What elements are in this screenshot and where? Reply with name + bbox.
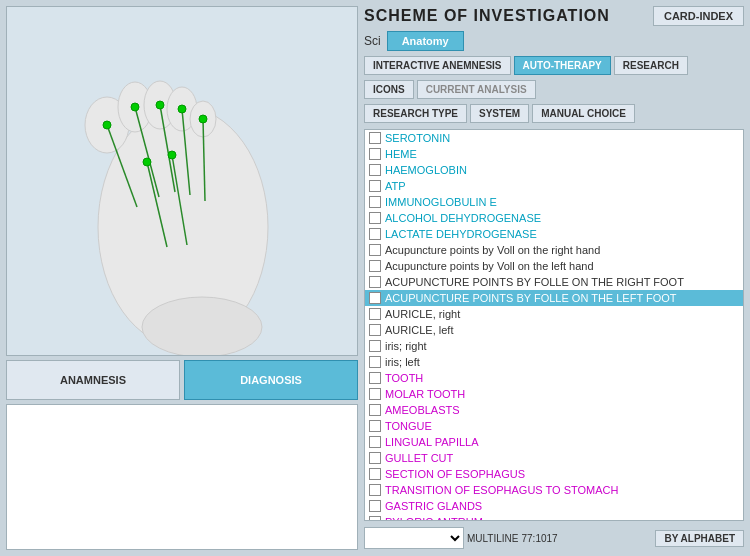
list-item[interactable]: iris; right: [365, 338, 743, 354]
list-item-checkbox[interactable]: [369, 372, 381, 384]
svg-point-21: [168, 151, 176, 159]
list-item-text: iris; right: [385, 340, 427, 352]
list-item-checkbox[interactable]: [369, 132, 381, 144]
bottom-dropdown[interactable]: [364, 527, 464, 549]
list-item-text: ACUPUNCTURE POINTS BY FOLLE ON THE LEFT …: [385, 292, 677, 304]
manual-choice-button[interactable]: MANUAL CHOICE: [532, 104, 635, 123]
svg-point-13: [156, 101, 164, 109]
list-item-checkbox[interactable]: [369, 452, 381, 464]
foot-image-area: [6, 6, 358, 356]
list-item[interactable]: SEROTONIN: [365, 130, 743, 146]
list-item-checkbox[interactable]: [369, 180, 381, 192]
list-item-text: HEME: [385, 148, 417, 160]
list-item[interactable]: GASTRIC GLANDS: [365, 498, 743, 514]
sci-label: Sci: [364, 34, 381, 48]
list-item-checkbox[interactable]: [369, 420, 381, 432]
list-item[interactable]: TOOTH: [365, 370, 743, 386]
list-item-checkbox[interactable]: [369, 212, 381, 224]
list-item[interactable]: MOLAR TOOTH: [365, 386, 743, 402]
auto-therapy-button[interactable]: AUTO-THERAPY: [514, 56, 611, 75]
list-item-checkbox[interactable]: [369, 324, 381, 336]
list-item-text: ALCOHOL DEHYDROGENASE: [385, 212, 541, 224]
list-item[interactable]: AMEOBLASTS: [365, 402, 743, 418]
list-item-checkbox[interactable]: [369, 292, 381, 304]
list-item-checkbox[interactable]: [369, 468, 381, 480]
list-item-text: ATP: [385, 180, 406, 192]
list-item-text: GULLET CUT: [385, 452, 453, 464]
icons-button[interactable]: ICONS: [364, 80, 414, 99]
list-item-checkbox[interactable]: [369, 148, 381, 160]
diagnosis-text-area: [6, 404, 358, 550]
svg-point-11: [131, 103, 139, 111]
list-item-checkbox[interactable]: [369, 276, 381, 288]
anatomy-button[interactable]: Anatomy: [387, 31, 464, 51]
list-item-checkbox[interactable]: [369, 196, 381, 208]
list-item-text: Acupuncture points by Voll on the left h…: [385, 260, 594, 272]
list-item[interactable]: TONGUE: [365, 418, 743, 434]
list-item-text: ACUPUNCTURE POINTS BY FOLLE ON THE RIGHT…: [385, 276, 684, 288]
list-item-text: AMEOBLASTS: [385, 404, 460, 416]
list-item-text: LINGUAL PAPILLA: [385, 436, 479, 448]
svg-point-2: [142, 297, 262, 356]
list-item[interactable]: IMMUNOGLOBULIN E: [365, 194, 743, 210]
list-item-text: SEROTONIN: [385, 132, 450, 144]
list-item[interactable]: ACUPUNCTURE POINTS BY FOLLE ON THE RIGHT…: [365, 274, 743, 290]
page-title: SCHEME OF INVESTIGATION: [364, 7, 610, 25]
research-button[interactable]: RESEARCH: [614, 56, 688, 75]
list-item-text: iris; left: [385, 356, 420, 368]
list-item[interactable]: LINGUAL PAPILLA: [365, 434, 743, 450]
research-type-button[interactable]: RESEARCH TYPE: [364, 104, 467, 123]
list-item-checkbox[interactable]: [369, 260, 381, 272]
list-item[interactable]: ALCOHOL DEHYDROGENASE: [365, 210, 743, 226]
items-list[interactable]: SEROTONINHEMEHAEMOGLOBINATPIMMUNOGLOBULI…: [364, 129, 744, 521]
list-item[interactable]: LACTATE DEHYDROGENASE: [365, 226, 743, 242]
list-item-checkbox[interactable]: [369, 484, 381, 496]
interactive-anemnesis-button[interactable]: INTERACTIVE ANEMNESIS: [364, 56, 511, 75]
list-item[interactable]: HEME: [365, 146, 743, 162]
multiline-label: MULTILINE: [467, 533, 519, 544]
list-item-checkbox[interactable]: [369, 404, 381, 416]
list-item-text: HAEMOGLOBIN: [385, 164, 467, 176]
list-item-checkbox[interactable]: [369, 388, 381, 400]
list-item-checkbox[interactable]: [369, 340, 381, 352]
list-item-text: GASTRIC GLANDS: [385, 500, 482, 512]
list-item[interactable]: Acupuncture points by Voll on the right …: [365, 242, 743, 258]
list-item-checkbox[interactable]: [369, 356, 381, 368]
list-item[interactable]: SECTION OF ESOPHAGUS: [365, 466, 743, 482]
current-analysis-button[interactable]: CURRENT ANALYSIS: [417, 80, 536, 99]
list-item-checkbox[interactable]: [369, 516, 381, 521]
list-item[interactable]: HAEMOGLOBIN: [365, 162, 743, 178]
foot-svg: [7, 7, 358, 356]
list-item-checkbox[interactable]: [369, 164, 381, 176]
list-item-text: IMMUNOGLOBULIN E: [385, 196, 497, 208]
list-item-text: TRANSITION OF ESOPHAGUS TO STOMACH: [385, 484, 618, 496]
list-item[interactable]: TRANSITION OF ESOPHAGUS TO STOMACH: [365, 482, 743, 498]
list-item-checkbox[interactable]: [369, 500, 381, 512]
system-button[interactable]: SYSTEM: [470, 104, 529, 123]
list-item-text: Acupuncture points by Voll on the right …: [385, 244, 600, 256]
list-item[interactable]: AURICLE, left: [365, 322, 743, 338]
list-item-text: TOOTH: [385, 372, 423, 384]
list-item-text: TONGUE: [385, 420, 432, 432]
list-item[interactable]: AURICLE, right: [365, 306, 743, 322]
list-item[interactable]: ACUPUNCTURE POINTS BY FOLLE ON THE LEFT …: [365, 290, 743, 306]
list-item-checkbox[interactable]: [369, 436, 381, 448]
list-item[interactable]: ATP: [365, 178, 743, 194]
list-item[interactable]: GULLET CUT: [365, 450, 743, 466]
list-item-checkbox[interactable]: [369, 244, 381, 256]
list-item[interactable]: iris; left: [365, 354, 743, 370]
svg-point-17: [199, 115, 207, 123]
list-item-text: SECTION OF ESOPHAGUS: [385, 468, 525, 480]
list-item-text: MOLAR TOOTH: [385, 388, 465, 400]
card-index-button[interactable]: CARD-INDEX: [653, 6, 744, 26]
list-item-checkbox[interactable]: [369, 308, 381, 320]
diagnosis-button[interactable]: DIAGNOSIS: [184, 360, 358, 400]
list-item[interactable]: Acupuncture points by Voll on the left h…: [365, 258, 743, 274]
list-item-text: LACTATE DEHYDROGENASE: [385, 228, 537, 240]
anamnesis-button[interactable]: ANAMNESIS: [6, 360, 180, 400]
list-item-checkbox[interactable]: [369, 228, 381, 240]
by-alphabet-button[interactable]: BY ALPHABET: [655, 530, 744, 547]
list-item-text: PYLORIC ANTRUM: [385, 516, 483, 521]
list-item[interactable]: PYLORIC ANTRUM: [365, 514, 743, 521]
svg-point-9: [103, 121, 111, 129]
